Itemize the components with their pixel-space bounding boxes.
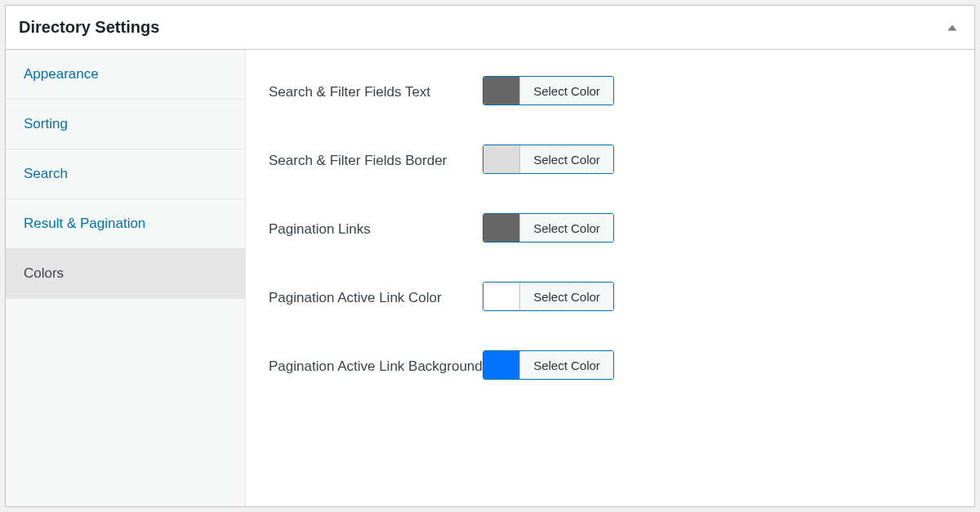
field-row: Pagination Links Select Color bbox=[269, 213, 951, 243]
field-row: Pagination Active Link Color Select Colo… bbox=[269, 282, 951, 311]
color-swatch bbox=[483, 283, 519, 310]
panel-title: Directory Settings bbox=[19, 18, 159, 37]
color-picker-search-filter-text[interactable]: Select Color bbox=[483, 76, 614, 105]
field-row: Search & Filter Fields Text Select Color bbox=[269, 76, 951, 105]
color-picker-pagination-active-link-background[interactable]: Select Color bbox=[483, 350, 614, 380]
sidebar: Appearance Sorting Search Result & Pagin… bbox=[6, 50, 246, 506]
collapse-icon[interactable] bbox=[947, 22, 958, 33]
select-color-button[interactable]: Select Color bbox=[519, 145, 613, 173]
select-color-button[interactable]: Select Color bbox=[519, 214, 613, 242]
color-picker-pagination-active-link-color[interactable]: Select Color bbox=[483, 282, 614, 311]
sidebar-item-appearance[interactable]: Appearance bbox=[6, 50, 245, 100]
color-picker-search-filter-border[interactable]: Select Color bbox=[483, 145, 614, 174]
color-swatch bbox=[483, 145, 519, 173]
settings-panel: Directory Settings Appearance Sorting Se… bbox=[5, 5, 975, 507]
sidebar-item-search[interactable]: Search bbox=[6, 149, 245, 199]
field-label-pagination-links: Pagination Links bbox=[269, 213, 483, 240]
sidebar-item-sorting[interactable]: Sorting bbox=[6, 100, 245, 149]
content: Search & Filter Fields Text Select Color… bbox=[246, 50, 974, 506]
field-label-pagination-active-link-color: Pagination Active Link Color bbox=[269, 282, 483, 309]
select-color-button[interactable]: Select Color bbox=[519, 77, 613, 105]
color-picker-pagination-links[interactable]: Select Color bbox=[483, 213, 614, 243]
color-swatch bbox=[483, 77, 519, 105]
field-label-search-filter-border: Search & Filter Fields Border bbox=[269, 145, 483, 171]
field-label-search-filter-text: Search & Filter Fields Text bbox=[269, 76, 483, 103]
sidebar-item-colors[interactable]: Colors bbox=[6, 249, 245, 299]
panel-body: Appearance Sorting Search Result & Pagin… bbox=[6, 50, 974, 506]
panel-header: Directory Settings bbox=[6, 6, 974, 50]
color-swatch bbox=[483, 214, 519, 242]
sidebar-item-result-pagination[interactable]: Result & Pagination bbox=[6, 199, 245, 249]
select-color-button[interactable]: Select Color bbox=[519, 351, 613, 379]
field-row: Pagination Active Link Background Select… bbox=[269, 350, 951, 380]
select-color-button[interactable]: Select Color bbox=[519, 283, 613, 310]
color-swatch bbox=[483, 351, 519, 379]
field-row: Search & Filter Fields Border Select Col… bbox=[269, 145, 951, 174]
field-label-pagination-active-link-background: Pagination Active Link Background bbox=[269, 350, 483, 377]
